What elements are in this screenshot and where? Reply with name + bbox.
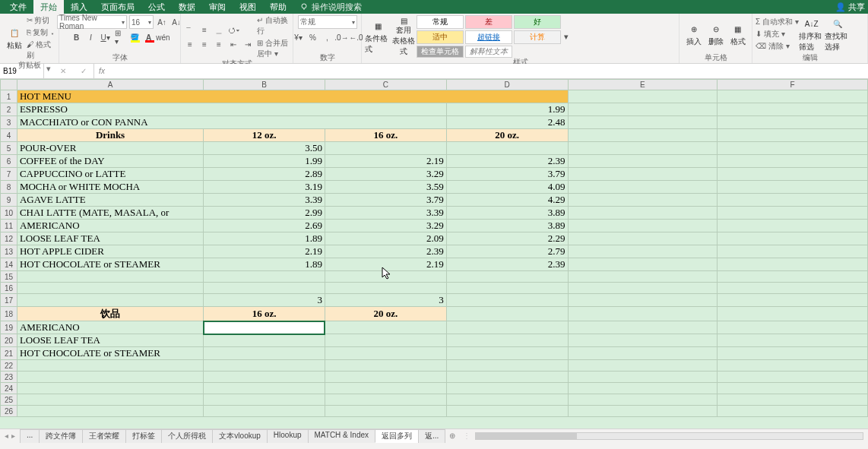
menu-tab-formulas[interactable]: 公式 (141, 0, 172, 14)
cell[interactable] (568, 347, 718, 360)
cell[interactable] (568, 116, 718, 129)
cell[interactable] (718, 142, 868, 155)
cell[interactable]: HOT CHOCOLATE or STEAMER (17, 347, 203, 360)
sheet-tab[interactable]: 王者荣耀 (82, 429, 126, 443)
cell[interactable] (718, 194, 868, 207)
cell[interactable] (446, 321, 568, 334)
cell[interactable]: 2.19 (325, 258, 446, 271)
cell[interactable]: MACCHIATO or CON PANNA (17, 116, 446, 129)
cell[interactable]: 2.39 (446, 155, 568, 168)
row-header[interactable]: 13 (1, 245, 17, 258)
align-top-button[interactable]: ㆒ (184, 24, 196, 36)
style-calculation[interactable]: 计算 (514, 30, 561, 44)
row-header[interactable]: 22 (1, 360, 17, 372)
cell[interactable]: 3.39 (204, 194, 325, 207)
row-header[interactable]: 4 (1, 129, 17, 142)
cell[interactable] (204, 360, 325, 372)
cell[interactable] (204, 283, 325, 294)
row-header[interactable]: 19 (1, 321, 17, 334)
cell[interactable]: 3.89 (446, 220, 568, 232)
enter-formula-button[interactable]: ✓ (81, 67, 87, 75)
cell[interactable] (568, 220, 718, 232)
share-button[interactable]: 👤 共享 (835, 2, 865, 13)
align-left-button[interactable]: ≡ (184, 39, 196, 51)
cell[interactable] (718, 245, 868, 258)
paste-button[interactable]: 📋 粘贴 (3, 20, 27, 56)
cell[interactable] (446, 334, 568, 347)
cell[interactable] (568, 334, 718, 347)
copy-button[interactable]: ⎘ 复制 ▾ (27, 27, 55, 38)
underline-button[interactable]: U ▾ (100, 31, 112, 43)
cell[interactable] (17, 271, 203, 283)
row-header[interactable]: 5 (1, 142, 17, 155)
fill-button[interactable]: ⬇ 填充 ▾ (756, 29, 799, 40)
cell[interactable] (446, 294, 568, 307)
cell[interactable]: 3.29 (325, 220, 446, 232)
sheet-tab[interactable]: 文本vlookup (212, 429, 267, 443)
cell[interactable]: 3.79 (446, 168, 568, 181)
cell[interactable] (568, 372, 718, 383)
cell[interactable] (718, 283, 868, 294)
cell[interactable] (718, 334, 868, 347)
cell[interactable]: 1.99 (446, 103, 568, 116)
cell[interactable] (718, 129, 868, 142)
cell[interactable]: HOT CHOCOLATE or STEAMER (17, 258, 203, 271)
align-center-button[interactable]: ≡ (198, 39, 211, 51)
cell[interactable] (568, 307, 718, 321)
cell[interactable] (568, 194, 718, 207)
row-header[interactable]: 15 (1, 271, 17, 283)
cell[interactable] (568, 245, 718, 258)
row-header[interactable]: 9 (1, 194, 17, 207)
cell[interactable]: HOT APPLE CIDER (17, 245, 203, 258)
cell[interactable] (718, 232, 868, 245)
cell[interactable] (204, 383, 325, 394)
style-check[interactable]: 检查单元格 (417, 46, 464, 58)
number-format-dropdown[interactable]: 常规▾ (298, 15, 357, 29)
cell[interactable] (568, 383, 718, 394)
cell[interactable]: 2.19 (325, 155, 446, 168)
cell[interactable]: 4.29 (446, 194, 568, 207)
row-header[interactable]: 18 (1, 307, 17, 321)
col-header[interactable]: F (718, 80, 868, 90)
cell[interactable]: LOOSE LEAF TEA (17, 334, 203, 347)
cell[interactable]: 3.39 (325, 207, 446, 220)
cell[interactable]: 1.89 (204, 232, 325, 245)
row-header[interactable]: 7 (1, 168, 17, 181)
cell[interactable]: 4.09 (446, 181, 568, 194)
row-header[interactable]: 10 (1, 207, 17, 220)
cell[interactable] (325, 271, 446, 283)
cell[interactable] (718, 307, 868, 321)
style-neutral[interactable]: 适中 (417, 30, 464, 44)
align-right-button[interactable]: ≡ (213, 39, 225, 51)
sheet-tab[interactable]: ... (20, 429, 40, 443)
row-header[interactable]: 21 (1, 347, 17, 360)
row-header[interactable]: 23 (1, 372, 17, 383)
cell[interactable] (446, 383, 568, 394)
row-header[interactable]: 16 (1, 283, 17, 294)
formula-input[interactable] (109, 64, 868, 78)
cell[interactable] (718, 155, 868, 168)
conditional-formatting-button[interactable]: ▦条件格式 (365, 18, 391, 55)
col-header[interactable]: A (17, 80, 203, 90)
cell[interactable] (718, 220, 868, 232)
cell[interactable]: Drinks (17, 129, 203, 142)
styles-more-button[interactable]: ▾ (561, 30, 572, 43)
row-header[interactable]: 25 (1, 394, 17, 406)
cell[interactable] (718, 360, 868, 372)
fill-color-button[interactable]: 🪣 (128, 31, 141, 43)
row-header[interactable]: 26 (1, 406, 17, 417)
sheet-tab[interactable]: Hlookup (267, 429, 309, 443)
decrease-indent-button[interactable]: ⇤ (227, 39, 239, 51)
cell[interactable]: 2.79 (446, 245, 568, 258)
row-header[interactable]: 11 (1, 220, 17, 232)
cell[interactable] (718, 394, 868, 406)
cell[interactable] (325, 283, 446, 294)
delete-cells-button[interactable]: ⊖删除 (705, 16, 727, 52)
cell[interactable] (17, 406, 203, 417)
cell[interactable] (204, 406, 325, 417)
format-as-table-button[interactable]: ▤套用 表格格式 (391, 18, 417, 55)
cell[interactable]: 2.69 (204, 220, 325, 232)
cell[interactable]: 12 oz. (204, 129, 325, 142)
style-explanatory[interactable]: 解释性文本 (465, 46, 512, 58)
cell[interactable] (718, 90, 868, 103)
